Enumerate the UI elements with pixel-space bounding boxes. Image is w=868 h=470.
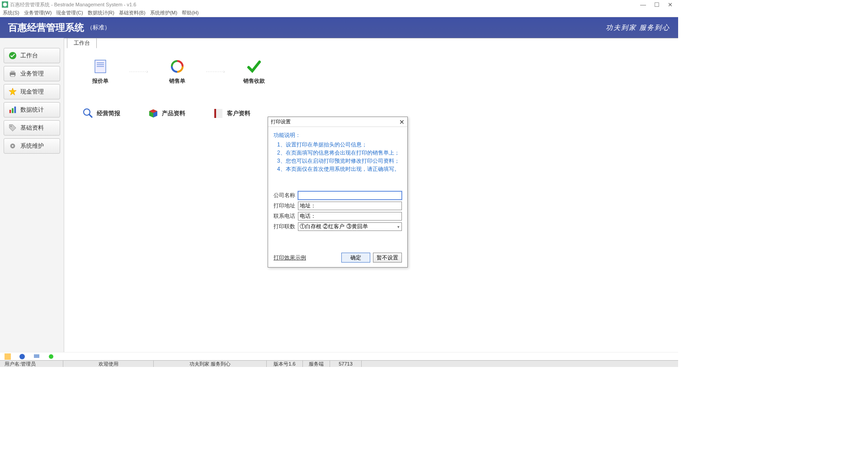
chevron-down-icon: ▾: [397, 225, 400, 229]
dialog-titlebar: 打印设置 ✕: [268, 117, 407, 127]
status-dot-icon[interactable]: [48, 353, 54, 360]
form-row-address: 打印地址: [274, 202, 402, 210]
menu-help[interactable]: 帮助(H): [182, 9, 198, 16]
printer-icon: [9, 70, 17, 78]
copies-value: ①白存根 ②红客户 ③黄回单: [300, 223, 368, 230]
form-row-company: 公司名称: [274, 191, 402, 200]
flow-arrow-icon: ··········›: [127, 69, 150, 74]
dialog-title-text: 打印设置: [271, 118, 291, 125]
desk-item-label: 产品资料: [162, 109, 185, 118]
tab-workbench[interactable]: 工作台: [67, 38, 97, 48]
document-icon: [92, 58, 108, 75]
menu-cash[interactable]: 现金管理(C): [56, 9, 83, 16]
screen-icon[interactable]: [33, 353, 40, 360]
titlebar: 百惠经营管理系统 - Bestrade Management System - …: [0, 0, 678, 9]
menu-system[interactable]: 系统(S): [3, 9, 19, 16]
address-input[interactable]: [298, 202, 402, 210]
copies-select[interactable]: ①白存根 ②红客户 ③黄回单 ▾: [298, 222, 402, 231]
svg-rect-28: [34, 354, 39, 358]
info-icon[interactable]: [19, 353, 25, 360]
statusbar: 用户名:管理员 欢迎使用 功夫到家 服务到心 版本号1.6 服务端 57713: [0, 360, 678, 367]
check-circle-icon: [9, 52, 17, 60]
tag-icon: [9, 124, 17, 132]
window-title: 百惠经营管理系统 - Bestrade Management System - …: [10, 1, 136, 8]
func-item: 1、设置打印在单据抬头的公司信息；: [277, 141, 402, 149]
menu-maintenance[interactable]: 系统维护(M): [150, 9, 178, 16]
desk-item-customer[interactable]: 客户资料: [212, 108, 250, 119]
maximize-button[interactable]: ☐: [654, 1, 660, 8]
desk-item-label: 销售单: [159, 77, 195, 85]
desk-item-receipt[interactable]: 销售收款: [236, 58, 272, 85]
magnifier-icon: [82, 108, 94, 119]
svg-point-18: [84, 109, 90, 115]
tabstrip: 工作台: [67, 38, 97, 48]
svg-marker-10: [9, 125, 16, 131]
box-icon: [147, 108, 159, 119]
company-input[interactable]: [298, 191, 402, 200]
svg-rect-4: [11, 71, 15, 73]
status-version: 版本号1.6: [267, 361, 303, 367]
svg-rect-7: [9, 110, 11, 113]
desk-item-product[interactable]: 产品资料: [147, 108, 185, 119]
svg-line-19: [89, 114, 92, 118]
print-settings-dialog: 打印设置 ✕ 功能说明： 1、设置打印在单据抬头的公司信息； 2、在页面填写的信…: [268, 117, 408, 268]
sidebar-item-label: 工作台: [20, 52, 38, 60]
svg-point-1: [3, 3, 7, 7]
address-label: 打印地址: [274, 202, 298, 210]
brand-slogan: 功夫到家 服务到心: [606, 24, 670, 32]
tool-icon-strip: [0, 352, 678, 360]
svg-rect-25: [214, 109, 216, 118]
desk-item-label: 报价单: [82, 77, 118, 85]
sidebar-item-basedata[interactable]: 基础资料: [4, 120, 60, 136]
sidebar-item-label: 基础资料: [20, 124, 44, 132]
workflow-row: 报价单 ··········› 销售单 ··········› 销售收款: [82, 58, 660, 85]
app-icon: [2, 1, 8, 8]
status-slogan: 功夫到家 服务到心: [154, 361, 267, 367]
company-label: 公司名称: [274, 192, 298, 199]
func-item: 4、本页面仅在首次使用系统时出现，请正确填写。: [277, 165, 402, 173]
svg-rect-5: [11, 75, 15, 77]
svg-rect-24: [216, 109, 222, 118]
print-preview-link[interactable]: 打印效果示例: [274, 254, 306, 262]
status-welcome: 欢迎使用: [63, 361, 154, 367]
desk-item-report[interactable]: 经营简报: [82, 108, 120, 119]
sidebar-item-business[interactable]: 业务管理: [4, 66, 60, 81]
sidebar-item-label: 现金管理: [20, 88, 44, 96]
desk-item-label: 经营简报: [97, 109, 120, 118]
close-button[interactable]: ✕: [668, 1, 673, 8]
dialog-close-button[interactable]: ✕: [399, 118, 405, 126]
menu-statistics[interactable]: 数据统计(R): [88, 9, 114, 16]
dialog-body: 功能说明： 1、设置打印在单据抬头的公司信息； 2、在页面填写的信息将会出现在打…: [268, 127, 407, 236]
copies-label: 打印联数: [274, 223, 298, 230]
function-description-title: 功能说明：: [274, 132, 402, 139]
menu-business[interactable]: 业务管理(W): [24, 9, 52, 16]
sidebar-item-cash[interactable]: 现金管理: [4, 84, 60, 99]
desk-item-quote[interactable]: 报价单: [82, 58, 118, 85]
func-item: 3、您也可以在启动打印预览时修改打印公司资料；: [277, 157, 402, 165]
note-icon[interactable]: [5, 353, 11, 360]
ok-button[interactable]: 确定: [341, 253, 370, 263]
header-band: 百惠经营管理系统 （标准） 功夫到家 服务到心: [0, 17, 678, 38]
function-description-list: 1、设置打印在单据抬头的公司信息； 2、在页面填写的信息将会出现在打印的销售单上…: [274, 141, 402, 173]
svg-rect-9: [14, 107, 16, 113]
gear-icon: [9, 142, 17, 150]
form-row-phone: 联系电话: [274, 212, 402, 221]
phone-input[interactable]: [298, 212, 402, 221]
sidebar-item-statistics[interactable]: 数据统计: [4, 102, 60, 118]
minimize-button[interactable]: —: [640, 1, 646, 8]
svg-point-13: [12, 145, 14, 147]
sidebar-item-maintenance[interactable]: 系统维护: [4, 138, 60, 154]
check-icon: [246, 58, 262, 75]
form-row-copies: 打印联数 ①白存根 ②红客户 ③黄回单 ▾: [274, 222, 402, 231]
desk-item-sales[interactable]: 销售单: [159, 58, 195, 85]
cancel-button[interactable]: 暂不设置: [373, 253, 402, 263]
desk-item-label: 客户资料: [227, 109, 250, 118]
menubar: 系统(S) 业务管理(W) 现金管理(C) 数据统计(R) 基础资料(B) 系统…: [0, 9, 678, 17]
menu-basedata[interactable]: 基础资料(B): [119, 9, 146, 16]
svg-point-29: [49, 354, 53, 359]
sidebar-item-label: 业务管理: [20, 70, 44, 78]
sidebar-item-workbench[interactable]: 工作台: [4, 48, 60, 63]
dialog-footer: 打印效果示例 确定 暂不设置: [268, 250, 407, 267]
svg-marker-6: [9, 88, 16, 95]
func-item: 2、在页面填写的信息将会出现在打印的销售单上；: [277, 149, 402, 157]
